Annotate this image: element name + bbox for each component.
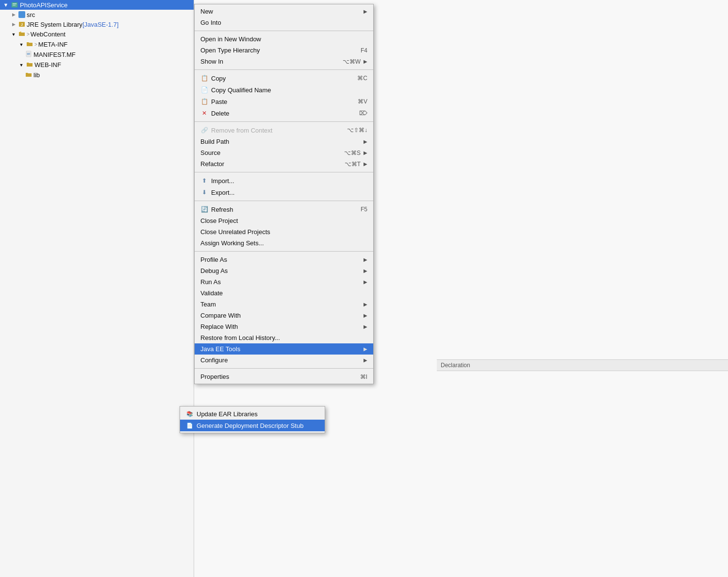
export-label: Export... (211, 189, 234, 196)
menu-item-export[interactable]: ⬇ Export... (195, 187, 373, 198)
copy-left: 📋 Copy (200, 74, 226, 82)
profile-as-right: ▶ (364, 257, 367, 262)
project-icon (11, 1, 18, 8)
java-ee-tools-submenu: 📚 Update EAR Libraries 📄 Generate Deploy… (180, 406, 325, 433)
update-ear-label: Update EAR Libraries (197, 410, 258, 418)
submenu-arrow-icon: ▶ (364, 9, 367, 14)
menu-item-source[interactable]: Source ⌥⌘S ▶ (195, 147, 373, 158)
menu-item-profile-as[interactable]: Profile As ▶ (195, 254, 373, 265)
menu-item-go-into[interactable]: Go Into (195, 17, 373, 28)
profile-as-arrow: ▶ (364, 257, 367, 262)
menu-item-remove-from-context: 🔗 Remove from Context ⌥⇧⌘↓ (195, 124, 373, 136)
menu-item-assign-working-sets[interactable]: Assign Working Sets... (195, 238, 373, 249)
delete-left: ✕ Delete (200, 109, 230, 117)
delete-icon: ✕ (200, 109, 208, 117)
web-inf-folder-icon (26, 61, 33, 68)
descriptor-icon: 📄 (186, 422, 194, 429)
team-arrow: ▶ (364, 302, 367, 307)
close-unrelated-projects-label: Close Unrelated Projects (200, 228, 270, 236)
import-left: ⬆ Import... (200, 177, 234, 185)
menu-item-import[interactable]: ⬆ Import... (195, 175, 373, 187)
paste-left: 📋 Paste (200, 98, 227, 105)
java-ee-tools-arrow: ▶ (364, 346, 367, 352)
menu-item-configure[interactable]: Configure ▶ (195, 355, 373, 366)
menu-item-close-unrelated-projects[interactable]: Close Unrelated Projects (195, 226, 373, 238)
new-arrow: ▶ (364, 9, 367, 14)
refresh-right: F5 (361, 206, 367, 213)
generate-descriptor-label: Generate Deployment Descriptor Stub (197, 422, 303, 429)
tree-item-photo-api-service[interactable]: ▼ PhotoAPIService (0, 0, 194, 10)
jre-icon: J (18, 21, 25, 28)
compare-with-right: ▶ (364, 313, 367, 318)
tree-item-lib[interactable]: lib (0, 70, 194, 80)
menu-item-validate[interactable]: Validate (195, 288, 373, 299)
menu-item-restore-from-local-history[interactable]: Restore from Local History... (195, 332, 373, 343)
properties-label: Properties (200, 373, 229, 380)
expand-icon: ▼ (17, 61, 25, 69)
submenu-item-generate-deployment-descriptor[interactable]: 📄 Generate Deployment Descriptor Stub (180, 420, 325, 431)
menu-item-new[interactable]: New ▶ (195, 6, 373, 17)
menu-item-refactor[interactable]: Refactor ⌥⌘T ▶ (195, 158, 373, 170)
menu-item-open-type-hierarchy[interactable]: Open Type Hierarchy F4 (195, 45, 373, 56)
debug-as-left: Debug As (200, 267, 228, 274)
menu-item-compare-with[interactable]: Compare With ▶ (195, 310, 373, 321)
tree-item-webcontent[interactable]: ▼ > WebContent (0, 29, 194, 39)
paste-shortcut: ⌘V (358, 98, 367, 105)
tree-item-meta-inf[interactable]: ▼ > META-INF (0, 39, 194, 50)
tree-item-manifest[interactable]: MF MANIFEST.MF (0, 50, 194, 60)
src-folder-icon (18, 11, 25, 18)
tree-item-web-inf[interactable]: ▼ WEB-INF (0, 60, 194, 70)
remove-from-context-shortcut: ⌥⇧⌘↓ (347, 127, 367, 134)
menu-item-delete[interactable]: ✕ Delete ⌦ (195, 107, 373, 119)
separator-3 (195, 121, 373, 122)
webcontent-folder-icon (18, 30, 25, 37)
configure-label: Configure (200, 356, 228, 364)
tree-item-jre[interactable]: ▶ J JRE System Library [JavaSE-1.7] (0, 19, 194, 29)
expand-icon: ▶ (10, 11, 17, 18)
compare-with-left: Compare With (200, 312, 241, 319)
open-type-hierarchy-shortcut: F4 (361, 47, 367, 54)
build-path-label: Build Path (200, 138, 229, 145)
copy-qualified-left: 📄 Copy Qualified Name (200, 86, 271, 94)
refactor-shortcut: ⌥⌘T (345, 161, 361, 168)
tree-item-src[interactable]: ▶ src (0, 10, 194, 19)
menu-item-open-new-window[interactable]: Open in New Window (195, 34, 373, 45)
run-as-left: Run As (200, 278, 221, 286)
refactor-arrow-icon: ▶ (364, 161, 367, 167)
show-in-arrow-icon: ▶ (364, 59, 367, 64)
separator-5 (195, 201, 373, 201)
tree-item-label: MANIFEST.MF (33, 51, 76, 58)
menu-item-copy-qualified-name[interactable]: 📄 Copy Qualified Name (195, 84, 373, 96)
menu-item-close-project[interactable]: Close Project (195, 215, 373, 226)
replace-with-right: ▶ (364, 324, 367, 329)
menu-item-show-in[interactable]: Show In ⌥⌘W ▶ (195, 56, 373, 67)
menu-item-debug-as[interactable]: Debug As ▶ (195, 265, 373, 276)
remove-from-context-left: 🔗 Remove from Context (200, 126, 272, 134)
menu-item-java-ee-tools[interactable]: Java EE Tools ▶ (195, 343, 373, 355)
show-in-shortcut: ⌥⌘W (343, 58, 361, 65)
menu-item-run-as[interactable]: Run As ▶ (195, 276, 373, 288)
menu-item-properties[interactable]: Properties ⌘I (195, 371, 373, 382)
delete-label: Delete (211, 110, 230, 117)
open-type-hierarchy-label: Open Type Hierarchy (200, 47, 260, 54)
menu-item-paste[interactable]: 📋 Paste ⌘V (195, 96, 373, 107)
separator-7 (195, 368, 373, 369)
configure-arrow: ▶ (364, 357, 367, 363)
import-label: Import... (211, 177, 234, 185)
menu-item-team[interactable]: Team ▶ (195, 299, 373, 310)
menu-item-build-path[interactable]: Build Path ▶ (195, 136, 373, 147)
refresh-label: Refresh (211, 206, 233, 213)
submenu-item-update-ear-libraries[interactable]: 📚 Update EAR Libraries (180, 408, 325, 420)
paste-icon: 📋 (200, 98, 208, 105)
svg-rect-2 (13, 5, 16, 6)
run-as-right: ▶ (364, 279, 367, 285)
tree-item-label: META-INF (38, 41, 67, 48)
replace-with-left: Replace With (200, 323, 238, 330)
menu-item-copy[interactable]: 📋 Copy ⌘C (195, 72, 373, 84)
copy-right: ⌘C (357, 75, 367, 82)
paste-right: ⌘V (358, 98, 367, 105)
refresh-icon: 🔄 (200, 205, 208, 213)
menu-item-refresh[interactable]: 🔄 Refresh F5 (195, 204, 373, 215)
menu-item-replace-with[interactable]: Replace With ▶ (195, 321, 373, 332)
export-icon: ⬇ (200, 188, 208, 196)
